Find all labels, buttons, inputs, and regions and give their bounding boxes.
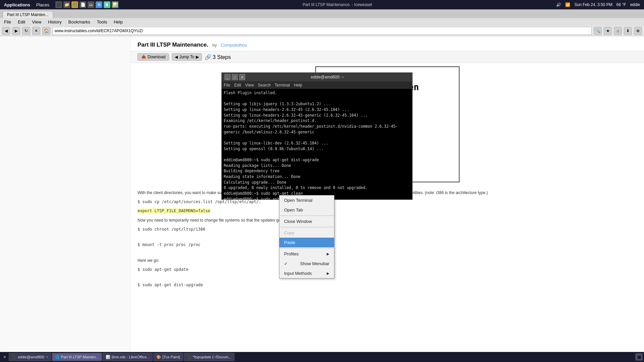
libreoffice-task-icon: 📊 <box>106 355 110 359</box>
taskbar-top-right: 🔊 📶 Sun Feb 24, 3:50 PM 66 °F eddie <box>556 2 644 7</box>
taskbar-tuxpaint-button[interactable]: 🎨 [Tux Paint] <box>153 353 183 361</box>
user-display[interactable]: eddie <box>630 2 640 7</box>
network-icon[interactable]: 📶 <box>565 2 570 7</box>
terminal-menu-terminal[interactable]: Terminal <box>275 83 290 87</box>
steps-indicator: 🔗 3 Steps <box>205 54 231 60</box>
text-shortcut-icon[interactable]: 📄 <box>79 1 86 8</box>
stop-button[interactable]: ✕ <box>32 27 40 35</box>
ctx-close-window[interactable]: Close Window <box>279 217 334 226</box>
left-arrow-icon: ◀ <box>175 55 178 59</box>
forward-button[interactable]: ▶ <box>12 27 20 35</box>
content-cmd-4: $ mount -t proc proc /proc <box>138 242 637 248</box>
places-menu[interactable]: Places <box>34 2 52 8</box>
terminal-maximize-button[interactable]: □ <box>232 74 238 80</box>
terminal-menubar: File Edit View Search Terminal Help <box>222 81 412 89</box>
taskbar-top: Applications Places ⬛ 📁 🌐 📄 🗂 ⚙ 🖩 📊 Part… <box>0 0 644 9</box>
terminal-close-button[interactable]: ✕ <box>239 74 245 80</box>
menu-edit[interactable]: Edit <box>16 19 26 25</box>
terminal-shortcut-icon[interactable]: ⬛ <box>55 1 62 8</box>
ctx-check-icon: ✓ <box>284 261 288 266</box>
article-title: Part III LTSP Maintenance. <box>138 42 208 48</box>
extra-shortcut-icon[interactable]: 📊 <box>112 1 118 8</box>
menu-file[interactable]: File <box>3 19 12 25</box>
taskbar-ltsp-button[interactable]: ⬛ *ltspupdate {~/Docum... <box>184 353 234 361</box>
content-text: With the client directories, you want to… <box>131 186 644 295</box>
home-button[interactable]: 🏠 <box>42 27 50 35</box>
files-shortcut-icon[interactable]: 📁 <box>63 1 70 8</box>
ctx-open-terminal-label: Open Terminal <box>284 198 312 203</box>
taskbar-app-icons: ⬛ 📁 🌐 📄 🗂 ⚙ 🖩 📊 <box>55 1 118 8</box>
menu-view[interactable]: View <box>31 19 43 25</box>
ctx-paste-label: Paste <box>284 240 295 245</box>
settings-shortcut-icon[interactable]: ⚙ <box>96 1 102 8</box>
back-button[interactable]: ◀ <box>2 27 10 35</box>
terminal-menu-view[interactable]: View <box>245 83 254 87</box>
content-cmd-6: $ sudo apt-get dist-upgrade <box>138 282 637 288</box>
content-para-3: Here we go: <box>138 257 637 264</box>
applications-menu[interactable]: Applications <box>1 2 33 8</box>
volume-icon[interactable]: 🔊 <box>556 2 561 7</box>
ctx-open-terminal[interactable]: Open Terminal <box>279 195 334 205</box>
taskbar-close-icon[interactable]: × <box>1 354 8 360</box>
main-area: Part III LTSP Maintenance. by Computotho… <box>0 36 644 361</box>
download-icon[interactable]: ⬇ <box>624 27 632 35</box>
jump-to-button[interactable]: ◀ Jump To ▶ <box>172 53 202 61</box>
article-header: Part III LTSP Maintenance. by Computotho… <box>131 36 644 51</box>
ctx-open-tab-label: Open Tab <box>284 207 303 213</box>
download-button[interactable]: 📥 Download <box>138 53 169 61</box>
menu-tools[interactable]: Tools <box>96 19 108 25</box>
ctx-show-menubar-label: Show Menubar <box>300 261 329 266</box>
menu-history[interactable]: History <box>47 19 63 25</box>
menu-bookmarks[interactable]: Bookmarks <box>67 19 92 25</box>
zoom-icon[interactable]: ⊕ <box>634 27 642 35</box>
browser-shortcut-icon[interactable]: 🌐 <box>71 1 78 8</box>
taskbar-bottom: × ⬛ eddie@amd800: ~ 🌐 Part III LTSP Main… <box>0 352 644 362</box>
terminal-window-buttons: _ □ ✕ <box>224 74 245 80</box>
search-icon[interactable]: 🔍 <box>594 27 602 35</box>
browser-tab[interactable]: Part III LTSP Mainten... <box>3 11 53 18</box>
ctx-copy: Copy <box>279 228 334 238</box>
ctx-separator-2 <box>279 227 334 227</box>
terminal-menu-file[interactable]: File <box>224 83 230 87</box>
browser-chrome: Part III LTSP Mainten... File Edit View … <box>0 9 644 36</box>
ctx-separator-1 <box>279 216 334 216</box>
article-by-label: by <box>212 43 217 48</box>
ctx-separator-3 <box>279 248 334 248</box>
taskbar-libreoffice-button[interactable]: 📊 [test.ods - LibreOffice... <box>103 353 153 361</box>
terminal-content[interactable]: Flash Plugin installed. Setting up libjs… <box>222 89 412 199</box>
terminal-window: _ □ ✕ eddie@amd800: ~ File Edit View Sea… <box>221 72 413 200</box>
ctx-input-methods-arrow-icon: ▶ <box>327 272 329 275</box>
steps-icon: 🔗 <box>205 54 211 60</box>
content-cmd-3: $ sudo chroot /opt/ltsp/i386 <box>138 226 637 233</box>
ctx-show-menubar[interactable]: ✓ Show Menubar <box>279 259 334 268</box>
terminal-menu-edit[interactable]: Edit <box>234 83 241 87</box>
reload-button[interactable]: ↻ <box>22 27 30 35</box>
home2-icon[interactable]: ⌂ <box>614 27 622 35</box>
address-bar[interactable]: www.instructables.com/id/ECR17APGMX1QYUZ… <box>52 27 592 35</box>
folder-shortcut-icon[interactable]: 🗂 <box>88 1 94 8</box>
bookmark-icon[interactable]: ★ <box>604 27 612 35</box>
taskbar-bottom-icon[interactable]: ▦ <box>635 353 643 361</box>
ctx-input-methods[interactable]: Input Methods ▶ <box>279 268 334 278</box>
terminal-menu-help[interactable]: Help <box>294 83 302 87</box>
ltsp-task-icon: ⬛ <box>187 355 192 359</box>
ctx-open-tab[interactable]: Open Tab <box>279 205 334 215</box>
content-cmd-5: $ sudo apt-get update <box>138 266 637 273</box>
ctx-profiles[interactable]: Profiles ▶ <box>279 249 334 259</box>
taskbar-browser-button[interactable]: 🌐 Part III LTSP Mainten... <box>52 353 102 361</box>
ctx-profiles-arrow-icon: ▶ <box>327 252 329 256</box>
taskbar-terminal-button[interactable]: ⬛ eddie@amd800: ~ <box>9 353 51 361</box>
window-title: Part III LTSP Maintenance. - Iceweasel <box>118 2 556 7</box>
sidebar-nav <box>0 36 131 361</box>
terminal-titlebar: _ □ ✕ eddie@amd800: ~ <box>222 73 412 81</box>
ctx-paste[interactable]: Paste <box>279 238 334 247</box>
calc-shortcut-icon[interactable]: 🖩 <box>104 1 110 8</box>
right-arrow-icon: ▶ <box>196 55 199 59</box>
menu-help[interactable]: Help <box>112 19 124 25</box>
browser-menubar: File Edit View History Bookmarks Tools H… <box>0 18 644 26</box>
article-author[interactable]: Computothou <box>221 43 247 48</box>
ctx-input-methods-label: Input Methods <box>284 271 312 276</box>
terminal-title: eddie@amd800: ~ <box>245 75 410 79</box>
terminal-minimize-button[interactable]: _ <box>224 74 230 80</box>
terminal-menu-search[interactable]: Search <box>258 83 271 87</box>
